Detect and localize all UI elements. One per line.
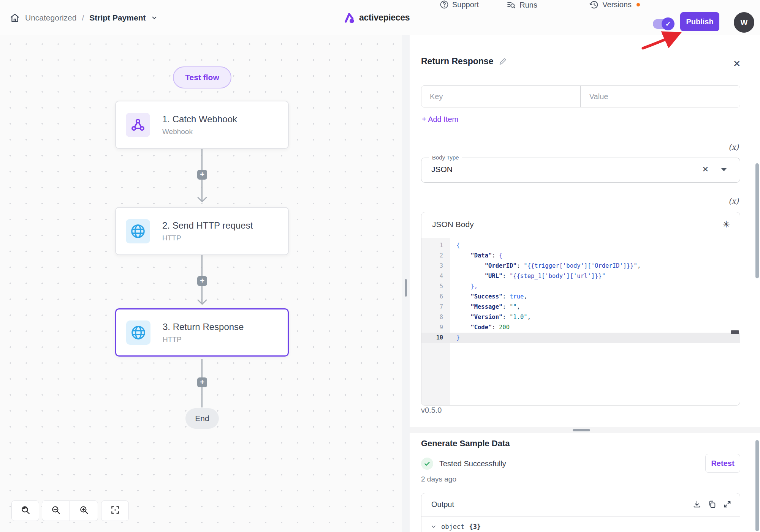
add-step-button[interactable]: +	[197, 377, 207, 387]
insert-variable-icon[interactable]: (x)	[728, 142, 739, 152]
avatar[interactable]: W	[734, 12, 754, 33]
section-resize-handle[interactable]	[573, 429, 590, 431]
add-item-button[interactable]: + Add Item	[422, 115, 458, 124]
step-subtitle: HTTP	[163, 335, 244, 344]
panel-title: Return Response	[421, 56, 493, 66]
line-number: 5	[421, 281, 450, 292]
json-code-editor[interactable]: 12345678910 { "Data": { "OrderID": "{{tr…	[421, 238, 740, 406]
zoom-reset-icon	[21, 505, 30, 516]
beautify-sparkle-icon[interactable]: ✳	[722, 219, 730, 230]
chevron-down-icon[interactable]	[151, 14, 158, 21]
json-code[interactable]: { "Data": { "OrderID": "{{trigger['body'…	[450, 238, 740, 406]
output-actions	[693, 500, 732, 510]
json-body-header: JSON Body ✳	[421, 212, 740, 238]
nav-versions-label: Versions	[602, 0, 632, 9]
code-line[interactable]: "URL": "{{step_1['body']['url']}}"	[450, 271, 740, 281]
zoom-reset-button[interactable]	[11, 500, 39, 521]
select-caret-icon[interactable]	[721, 168, 727, 171]
webhook-icon	[126, 113, 150, 137]
flow-enabled-toggle[interactable]: ✓	[653, 19, 673, 29]
breadcrumb-separator: /	[82, 13, 84, 22]
code-line[interactable]: "Success": true,	[450, 292, 740, 302]
breadcrumb: Uncategorized / Stript Payment	[10, 0, 158, 35]
json-body-card: JSON Body ✳ 12345678910 { "Data": { "Ord…	[421, 212, 740, 406]
code-line[interactable]: "Data": {	[450, 251, 740, 261]
versions-unpublished-dot	[636, 3, 640, 6]
edge-arrowhead-icon	[197, 196, 207, 205]
help-icon	[440, 0, 449, 9]
step-card-catch-webhook[interactable]: 1. Catch Webhook Webhook	[115, 101, 289, 149]
line-number: 10	[421, 333, 450, 343]
body-type-select[interactable]: Body Type JSON ✕	[421, 158, 740, 183]
edge-arrowhead-icon	[197, 299, 207, 307]
code-line[interactable]: "Message": "",	[450, 302, 740, 312]
line-number: 8	[421, 312, 450, 322]
toggle-check-icon: ✓	[662, 17, 674, 30]
step-title: 1. Catch Webhook	[162, 114, 237, 125]
activepieces-logo-icon	[344, 12, 355, 24]
line-number: 1	[421, 240, 450, 251]
test-flow-button[interactable]: Test flow	[173, 66, 231, 88]
success-check-icon	[421, 458, 433, 470]
step-subtitle: Webhook	[162, 128, 237, 136]
step-title: 3. Return Response	[163, 322, 244, 332]
expand-icon[interactable]	[723, 500, 732, 510]
value-input[interactable]	[581, 86, 740, 107]
step-settings-panel: Return Response ✕ + Add Item (x) Body Ty…	[410, 35, 760, 532]
output-tree-root[interactable]: object {3}	[431, 523, 481, 530]
avatar-initial: W	[741, 18, 748, 27]
line-number: 2	[421, 251, 450, 261]
code-line[interactable]: "OrderID": "{{trigger['body']['OrderID']…	[450, 261, 740, 271]
retest-button[interactable]: Retest	[705, 454, 740, 473]
step-card-return-response[interactable]: 3. Return Response HTTP	[115, 308, 289, 357]
home-icon[interactable]	[10, 13, 20, 23]
zoom-in-button[interactable]	[70, 500, 98, 521]
flow-canvas[interactable]: Test flow 1. Catch Webhook Webhook +	[0, 35, 402, 532]
zoom-out-button[interactable]	[42, 500, 70, 521]
nav-support[interactable]: Support	[440, 0, 479, 9]
brand: activepieces	[344, 0, 410, 35]
add-step-button[interactable]: +	[197, 170, 207, 180]
code-line[interactable]: "Version": "1.0",	[450, 312, 740, 322]
json-body-label: JSON Body	[432, 220, 474, 229]
code-line[interactable]: },	[450, 281, 740, 292]
close-icon[interactable]: ✕	[732, 59, 742, 69]
fit-to-view-icon	[110, 505, 120, 516]
zoom-out-icon	[51, 505, 61, 516]
fit-to-view-button[interactable]	[101, 500, 129, 521]
panel-resize-handle[interactable]	[405, 279, 407, 297]
insert-variable-icon[interactable]: (x)	[728, 196, 739, 205]
edit-pencil-icon[interactable]	[499, 57, 507, 66]
breadcrumb-category[interactable]: Uncategorized	[25, 13, 76, 22]
piece-version-label: v0.5.0	[421, 406, 442, 415]
code-line[interactable]: {	[450, 240, 740, 251]
section-resize-divider	[410, 427, 760, 433]
test-time-label: 2 days ago	[421, 475, 456, 483]
key-input[interactable]	[421, 86, 580, 107]
editor-scrollbar-thumb[interactable]	[731, 330, 739, 334]
tree-chevron-icon	[431, 524, 437, 530]
activepieces-flow-builder: Uncategorized / Stript Payment activepie…	[0, 0, 760, 532]
clear-selection-icon[interactable]: ✕	[702, 165, 709, 174]
nav-runs[interactable]: Runs	[506, 0, 537, 10]
code-line[interactable]: }	[450, 333, 740, 343]
sample-scrollbar-thumb[interactable]	[755, 440, 759, 531]
publish-button[interactable]: Publish	[680, 12, 719, 31]
generate-sample-data-heading: Generate Sample Data	[421, 439, 510, 448]
output-label: Output	[431, 500, 454, 509]
headers-key-value-row	[421, 85, 740, 107]
body-type-label: Body Type	[429, 154, 462, 161]
step-card-send-http[interactable]: 2. Send HTTP request HTTP	[115, 207, 289, 255]
step-title: 2. Send HTTP request	[162, 220, 253, 231]
globe-icon	[126, 219, 150, 243]
add-step-button[interactable]: +	[197, 276, 207, 286]
panel-scrollbar-thumb[interactable]	[755, 163, 759, 278]
copy-icon[interactable]	[708, 500, 716, 510]
nav-versions[interactable]: Versions	[589, 0, 640, 9]
output-card: Output object {3}	[421, 493, 740, 532]
code-line[interactable]: "Code": 200	[450, 322, 740, 333]
brand-name: activepieces	[359, 13, 410, 23]
flow-name[interactable]: Stript Payment	[89, 13, 146, 22]
download-icon[interactable]	[693, 500, 701, 510]
body-type-value: JSON	[431, 165, 453, 174]
